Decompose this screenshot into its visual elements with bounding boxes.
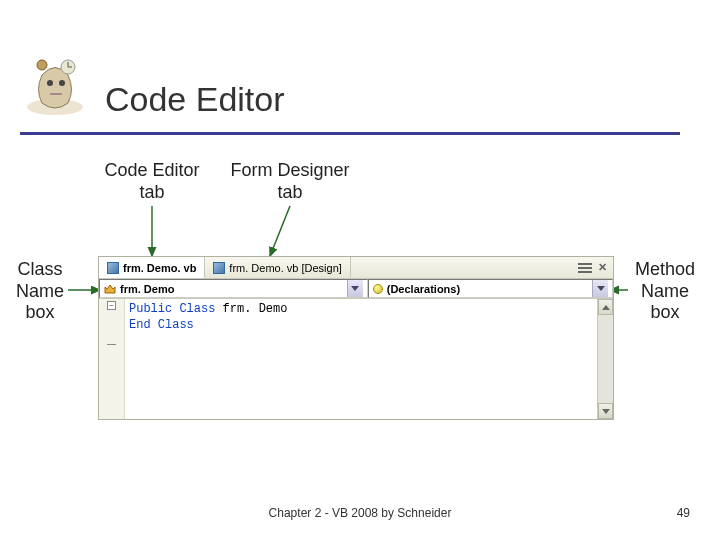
code-editor-text[interactable]: Public Class frm. Demo End Class — [125, 299, 597, 419]
ide-screenshot: frm. Demo. vb frm. Demo. vb [Design] ✕ f… — [98, 256, 614, 420]
footer-text: Chapter 2 - VB 2008 by Schneider — [0, 506, 720, 520]
annotation-class-name-box: Class Name box — [5, 259, 75, 324]
code-gutter: − — [99, 299, 125, 419]
code-editor-tab[interactable]: frm. Demo. vb — [99, 257, 205, 278]
svg-point-2 — [59, 80, 65, 86]
scroll-up-button[interactable] — [598, 299, 613, 315]
svg-line-9 — [270, 206, 290, 256]
tab-label: frm. Demo. vb [Design] — [229, 262, 341, 274]
tab-overflow-icon[interactable] — [578, 263, 592, 273]
fold-end-icon — [107, 344, 116, 345]
method-name-box[interactable]: (Declarations) — [368, 279, 613, 298]
vertical-scrollbar[interactable] — [597, 299, 613, 419]
title-rule — [20, 132, 680, 135]
class-name-box[interactable]: frm. Demo — [99, 279, 368, 298]
form-designer-tab[interactable]: frm. Demo. vb [Design] — [205, 257, 350, 278]
page-number: 49 — [677, 506, 690, 520]
annotation-form-designer-tab: Form Designer tab — [210, 160, 370, 203]
vb-file-icon — [107, 262, 119, 274]
method-combo-value: (Declarations) — [387, 283, 460, 295]
page-title: Code Editor — [105, 80, 285, 119]
close-tab-icon[interactable]: ✕ — [598, 261, 607, 274]
tab-label: frm. Demo. vb — [123, 262, 196, 274]
class-combo-value: frm. Demo — [120, 283, 174, 295]
document-tabs: frm. Demo. vb frm. Demo. vb [Design] ✕ — [99, 257, 613, 279]
svg-point-1 — [47, 80, 53, 86]
fold-toggle-icon[interactable]: − — [107, 301, 116, 310]
chevron-down-icon[interactable] — [347, 280, 363, 297]
chevron-down-icon[interactable] — [592, 280, 608, 297]
class-icon — [104, 284, 116, 294]
vb-file-icon — [213, 262, 225, 274]
slide-logo — [20, 55, 90, 125]
scroll-down-button[interactable] — [598, 403, 613, 419]
annotation-code-editor-tab: Code Editor tab — [87, 160, 217, 203]
svg-point-4 — [37, 60, 47, 70]
declarations-icon — [373, 284, 383, 294]
svg-rect-3 — [50, 93, 62, 95]
annotation-method-name-box: Method Name box — [625, 259, 705, 324]
